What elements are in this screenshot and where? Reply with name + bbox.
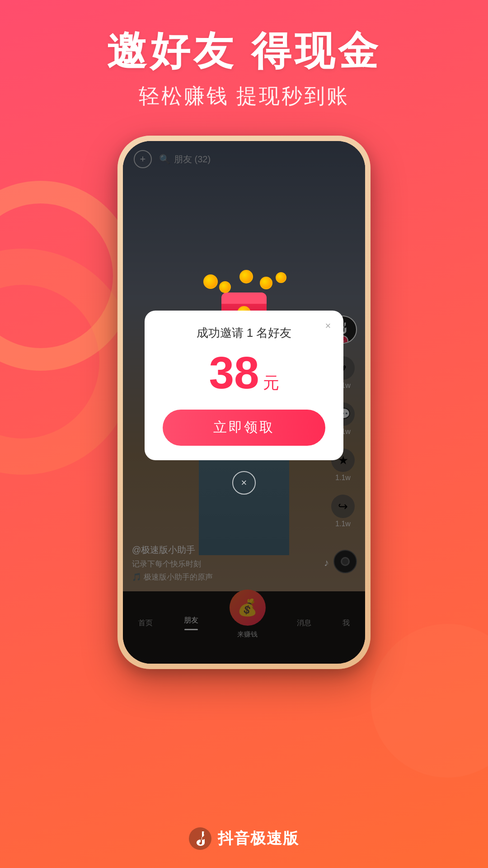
coin-5 [276,272,286,283]
modal-title: 成功邀请 1 名好友 [163,325,325,341]
dismiss-icon: × [241,477,247,489]
coin-1 [203,274,218,289]
coin-4 [260,277,272,289]
phone-inner: + 🔍 朋友 (32) [123,141,365,664]
bottom-branding: 抖音极速版 [0,827,488,850]
bg-circle-bottom-right [371,624,488,778]
modal-dismiss-button[interactable]: × [232,471,256,495]
bg-circle-left [0,181,136,371]
claim-button[interactable]: 立即领取 [163,410,325,446]
phone-screen: + 🔍 朋友 (32) [123,141,365,664]
modal-close-button[interactable]: × [320,318,336,334]
sub-title: 轻松赚钱 提现秒到账 [0,82,488,110]
modal-overlay: × 成功邀请 1 名好友 38 元 立即领取 × [123,141,365,664]
coin-2 [219,281,231,293]
tiktok-logo [189,827,211,850]
reward-unit: 元 [263,372,279,394]
phone-mockup: + 🔍 朋友 (32) [117,136,371,669]
close-icon: × [325,320,331,332]
main-title: 邀好友 得现金 [0,27,488,75]
reward-modal: × 成功邀请 1 名好友 38 元 立即领取 [145,311,343,460]
reward-amount: 38 [209,350,259,395]
header-section: 邀好友 得现金 轻松赚钱 提现秒到账 [0,27,488,110]
tiktok-brand-logo [189,827,211,850]
coin-3 [239,270,253,283]
phone-outer: + 🔍 朋友 (32) [117,136,371,669]
bg-arc-left [0,249,136,475]
modal-amount: 38 元 [163,350,325,395]
brand-name-text: 抖音极速版 [218,828,299,849]
svg-point-0 [189,827,211,850]
